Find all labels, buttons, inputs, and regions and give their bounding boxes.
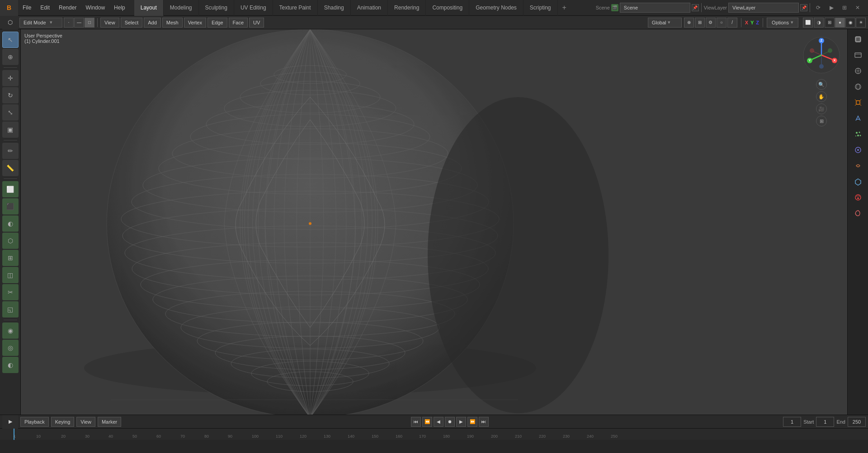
menu-file[interactable]: File [18,0,36,16]
bisect-tool[interactable]: ◱ [2,301,19,318]
snap-button[interactable]: ⊞ [695,18,705,28]
jump-to-end-btn[interactable]: ⏭ [479,417,489,427]
transform-tool[interactable]: ▣ [2,121,19,138]
particles-props-tab[interactable] [850,126,866,142]
timeline-editor-type[interactable]: ▶ [2,415,18,429]
edge-slide-tool[interactable]: ◫ [2,267,19,283]
edge-select-mode[interactable]: — [74,18,84,28]
render-icon[interactable]: ▶ [826,2,837,14]
scale-tool[interactable]: ⤡ [2,104,19,121]
viewlayer-name-input[interactable] [728,3,799,13]
play-btn[interactable]: ▶ [456,417,466,427]
extrude-tool[interactable]: ⬛ [2,198,19,215]
close-window-icon[interactable]: ✕ [852,2,863,14]
face-menu[interactable]: Face [229,18,248,28]
knife-tool[interactable]: ✂ [2,284,19,300]
transform-pivot-point[interactable]: ⊕ [684,18,694,28]
current-frame-input[interactable]: 1 [783,417,801,427]
annotate-tool[interactable]: ✏ [2,143,19,159]
step-fwd-btn[interactable]: ⏩ [467,417,477,427]
cursor-tool[interactable]: ⊕ [2,49,19,65]
scene-name-input[interactable] [620,3,690,13]
face-select-mode[interactable]: □ [85,18,94,28]
workspace-tab-geometry-nodes[interactable]: Geometry Nodes [469,0,524,16]
select-menu[interactable]: Select [121,18,143,28]
step-back-btn[interactable]: ⏪ [422,417,432,427]
viewlayer-pin-icon[interactable]: 📌 [800,4,807,11]
overlay-toggle[interactable]: ⬜ [803,18,813,28]
mode-selector[interactable]: Edit Mode ▾ [19,18,62,28]
physics-props-tab[interactable] [850,142,866,158]
select-box-tool[interactable]: ↖ [2,32,19,48]
workspace-tab-modeling[interactable]: Modeling [164,0,199,16]
vertex-menu[interactable]: Vertex [184,18,206,28]
material-props-tab[interactable] [850,190,866,205]
mesh-menu[interactable]: Mesh [162,18,183,28]
view-menu[interactable]: View [100,18,119,28]
marker-menu[interactable]: Marker [98,417,121,427]
workspace-tab-shading[interactable]: Shading [318,0,351,16]
add-menu[interactable]: Add [144,18,161,28]
3d-viewport[interactable]: User Perspective (1) Cylinder.001 Z X Y [21,29,847,415]
menu-help[interactable]: Help [109,0,130,16]
xray-toggle[interactable]: ◑ [814,18,824,28]
vertex-select-mode[interactable]: · [64,18,74,28]
workspace-tab-scripting[interactable]: Scripting [524,0,558,16]
add-cube-tool[interactable]: ⬜ [2,181,19,197]
move-tool[interactable]: ✛ [2,70,19,86]
start-frame-input[interactable]: 1 [816,417,834,427]
timeline-view-menu[interactable]: View [76,417,95,427]
measure-tool[interactable]: 📏 [2,160,19,176]
rotate-tool[interactable]: ↻ [2,87,19,103]
editor-type-selector[interactable]: ⬡ [2,16,18,29]
menu-render[interactable]: Render [54,0,81,16]
rendered-shading[interactable]: ☀ [856,18,866,28]
edge-menu[interactable]: Edge [208,18,227,28]
workspace-tab-layout[interactable]: Layout [134,0,164,16]
modifier-props-tab[interactable] [850,111,866,126]
uv-menu[interactable]: UV [249,18,264,28]
snap-settings[interactable]: ⚙ [706,18,716,28]
menu-edit[interactable]: Edit [36,0,54,16]
timeline-ruler[interactable]: 1 10 20 30 40 50 60 70 80 90 100 110 120… [0,429,868,440]
menu-window[interactable]: Window [81,0,109,16]
solid-shading[interactable]: ● [835,18,845,28]
workspace-tab-texture-paint[interactable]: Texture Paint [273,0,318,16]
view-props-tab[interactable] [850,47,866,63]
randomize-tool[interactable]: ◎ [2,340,19,356]
wireframe-shading[interactable]: ⊞ [825,18,835,28]
constraints-props-tab[interactable] [850,158,866,173]
keying-menu[interactable]: Keying [51,417,75,427]
scene-icon[interactable]: 🎬 [611,4,618,11]
proportional-editing[interactable]: ○ [717,18,726,28]
editor-layout-icon[interactable]: ⊞ [839,2,850,14]
end-frame-input[interactable]: 250 [848,417,866,427]
object-data-props-tab[interactable] [850,174,866,189]
workspace-tab-animation[interactable]: Animation [351,0,388,16]
scene-props-tab[interactable] [850,63,866,79]
workspace-tab-uv-editing[interactable]: UV Editing [234,0,273,16]
timeline-content-area[interactable] [0,440,868,453]
jump-to-start-btn[interactable]: ⏮ [411,417,421,427]
world-props-tab[interactable] [850,79,866,94]
shaderfx-props-tab[interactable] [850,205,866,221]
options-button[interactable]: Options ▾ [767,18,798,28]
transform-orientation[interactable]: Global ▾ [648,18,682,28]
scene-pin-icon[interactable]: 📌 [692,4,699,11]
loop-cut-tool[interactable]: ⊞ [2,250,19,266]
grease-pencil[interactable]: / [727,18,737,28]
sync-icon[interactable]: ⟳ [812,2,824,14]
smooth-vertices-tool[interactable]: ◉ [2,322,19,339]
bevel-tool[interactable]: ⬡ [2,233,19,249]
material-shading[interactable]: ◉ [845,18,855,28]
workspace-tab-sculpting[interactable]: Sculpting [199,0,234,16]
active-tool-props-tab[interactable] [850,32,866,47]
inset-tool[interactable]: ◐ [2,215,19,232]
workspace-tab-rendering[interactable]: Rendering [388,0,426,16]
play-back-btn[interactable]: ◀ [434,417,443,427]
object-props-tab[interactable] [850,95,866,110]
workspace-tab-compositing[interactable]: Compositing [426,0,469,16]
slide-relax-tool[interactable]: ◐ [2,357,19,373]
playback-menu[interactable]: Playback [20,417,49,427]
record-btn[interactable]: ⏺ [445,417,455,427]
